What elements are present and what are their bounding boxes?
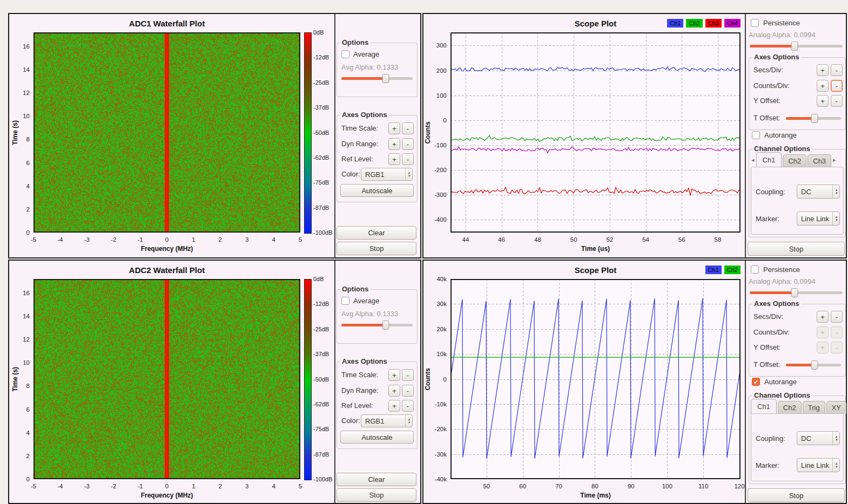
tab-trig[interactable]: Trig <box>803 401 825 414</box>
analog-alpha-label: Analog Alpha: 0.0994 <box>749 277 816 285</box>
counts-div-minus-button[interactable]: - <box>831 80 843 92</box>
y-offset-plus-button[interactable]: + <box>817 95 829 107</box>
slider-handle[interactable] <box>382 74 389 83</box>
coupling-combobox[interactable]: DC ▴▾ <box>797 185 840 199</box>
ref-level-minus-button[interactable]: - <box>402 400 414 412</box>
slider-handle[interactable] <box>382 321 389 330</box>
legend-chip-ch3: Ch3 <box>705 19 722 28</box>
time-scale-minus-button[interactable]: - <box>402 369 414 381</box>
xtick-label: 0 <box>165 483 169 489</box>
average-checkbox[interactable] <box>341 50 349 58</box>
coupling-combobox[interactable]: DC ▴▾ <box>797 431 840 445</box>
analog-alpha-slider[interactable] <box>750 291 843 294</box>
spinner-arrows-icon[interactable]: ▴▾ <box>832 212 839 225</box>
panel-divider <box>745 14 746 257</box>
waterfall-canvas[interactable] <box>33 32 300 233</box>
dyn-range-plus-button[interactable]: + <box>388 385 400 397</box>
stop-button[interactable]: Stop <box>336 242 416 255</box>
marker-value: Line Link <box>801 461 830 469</box>
stop-button[interactable]: Stop <box>748 242 845 256</box>
secs-div-plus-button[interactable]: + <box>817 311 829 323</box>
ytick-label: 0 <box>9 476 30 482</box>
xtick-label: -4 <box>57 236 63 243</box>
autoscale-button[interactable]: Autoscale <box>340 184 414 197</box>
marker-combobox[interactable]: Line Link ▴▾ <box>797 212 840 226</box>
time-scale-minus-button[interactable]: - <box>402 122 414 134</box>
autoscale-button[interactable]: Autoscale <box>340 431 414 444</box>
tab-ch3[interactable]: Ch3 <box>807 154 831 167</box>
tab-scroll-right-icon[interactable]: ▸ <box>832 156 837 167</box>
ytick-label: -400 <box>425 216 447 223</box>
dyn-range-plus-button[interactable]: + <box>388 138 400 150</box>
spinner-arrows-icon[interactable]: ▴▾ <box>405 415 412 427</box>
clear-button[interactable]: Clear <box>336 473 416 486</box>
adc1-waterfall-window: ADC1 Waterfall Plot Time (s) Frequency (… <box>8 13 421 258</box>
stop-button[interactable]: Stop <box>336 488 416 502</box>
ytick-label: 8 <box>9 383 30 389</box>
cblab-label: -87dB <box>313 205 329 211</box>
xtick-label: 1 <box>192 236 195 243</box>
ytick-label: 300 <box>425 42 447 49</box>
persistence-checkbox[interactable] <box>751 265 759 274</box>
x-axis-label: Time (ms) <box>450 492 741 499</box>
autorange-checkbox[interactable] <box>752 131 760 139</box>
cblab-label: -62dB <box>313 401 329 407</box>
spinner-arrows-icon[interactable]: ▴▾ <box>832 432 839 445</box>
slider-handle[interactable] <box>791 288 798 297</box>
scope-canvas[interactable] <box>450 32 741 233</box>
y-offset-minus-button[interactable]: - <box>831 95 843 107</box>
avg-alpha-slider[interactable] <box>341 77 413 80</box>
ref-level-plus-button[interactable]: + <box>388 400 400 412</box>
ref-level-minus-button[interactable]: - <box>402 153 414 165</box>
tab-scroll-left-icon[interactable]: ◂ <box>751 156 755 167</box>
spinner-arrows-icon[interactable]: ▴▾ <box>832 185 839 198</box>
color-combobox[interactable]: RGB1 ▴▾ <box>361 414 413 427</box>
xtick-label: 52 <box>606 236 613 243</box>
slider-handle[interactable] <box>811 360 818 370</box>
tab-ch2[interactable]: Ch2 <box>778 401 802 414</box>
t-offset-slider[interactable] <box>786 364 841 366</box>
secs-div-minus-button[interactable]: - <box>831 64 843 76</box>
tab-ch1[interactable]: Ch1 <box>756 152 782 167</box>
tab-ch2[interactable]: Ch2 <box>783 154 806 167</box>
tab-xy[interactable]: XY <box>826 401 846 414</box>
axes-group-title: Axes Options <box>340 357 389 365</box>
spinner-arrows-icon[interactable]: ▴▾ <box>405 168 412 180</box>
counts-div-plus-button[interactable]: + <box>817 80 829 92</box>
ytick-label: 12 <box>9 90 30 96</box>
options-groupbox: Options Average Avg Alpha: 0.1333 <box>336 43 418 97</box>
spinner-arrows-icon[interactable]: ▴▾ <box>832 459 839 472</box>
scope-canvas[interactable] <box>450 279 741 479</box>
counts-div-minus-button[interactable]: - <box>831 326 843 338</box>
cblab-label: -37dB <box>313 351 329 357</box>
stop-button[interactable]: Stop <box>748 488 845 502</box>
counts-div-plus-button[interactable]: + <box>817 326 829 338</box>
ref-level-plus-button[interactable]: + <box>388 153 400 165</box>
cblab-label: -75dB <box>313 426 329 432</box>
analog-alpha-slider[interactable] <box>750 45 843 47</box>
slider-handle[interactable] <box>811 114 818 123</box>
marker-combobox[interactable]: Line Link ▴▾ <box>797 458 840 472</box>
clear-button[interactable]: Clear <box>336 226 416 240</box>
time-scale-plus-button[interactable]: + <box>388 122 400 134</box>
waterfall-canvas[interactable] <box>33 279 300 479</box>
t-offset-slider[interactable] <box>786 117 841 120</box>
options-groupbox: Options Average Avg Alpha: 0.1333 <box>336 289 418 344</box>
y-offset-plus-button[interactable]: + <box>817 342 829 353</box>
xtick-label: 100 <box>662 483 672 489</box>
autorange-checkbox[interactable]: ✔ <box>752 378 760 386</box>
dyn-range-minus-button[interactable]: - <box>402 138 414 150</box>
average-label: Average <box>353 50 379 58</box>
slider-handle[interactable] <box>791 42 798 51</box>
average-checkbox[interactable] <box>341 297 349 305</box>
color-combobox[interactable]: RGB1 ▴▾ <box>361 168 413 181</box>
secs-div-minus-button[interactable]: - <box>831 311 843 323</box>
dyn-range-minus-button[interactable]: - <box>402 385 414 397</box>
avg-alpha-slider[interactable] <box>341 324 413 326</box>
tab-ch1[interactable]: Ch1 <box>751 399 777 414</box>
axes-group-title: Axes Options <box>340 111 389 119</box>
time-scale-plus-button[interactable]: + <box>388 369 400 381</box>
y-offset-minus-button[interactable]: - <box>831 342 843 353</box>
persistence-checkbox[interactable] <box>751 19 759 27</box>
secs-div-plus-button[interactable]: + <box>817 64 829 76</box>
